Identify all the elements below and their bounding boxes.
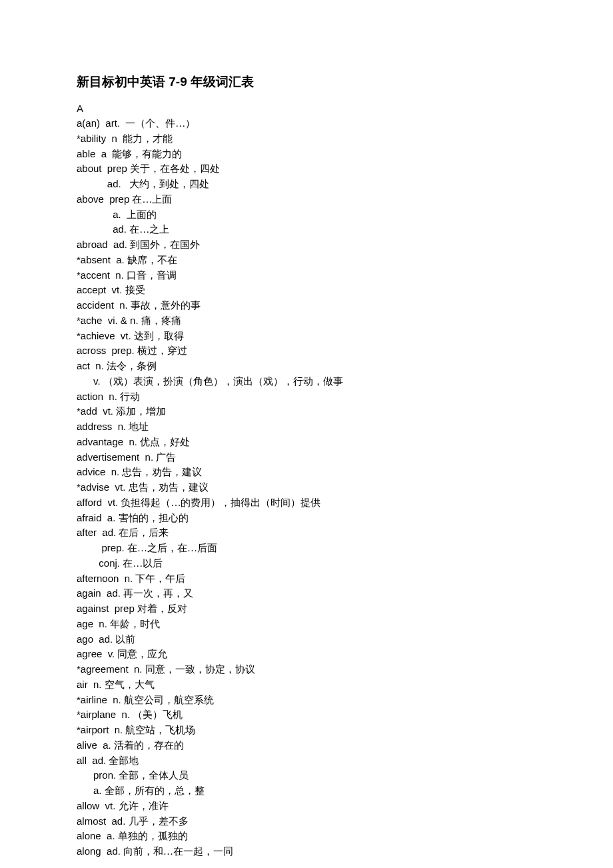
vocab-definition: 在后，后来	[119, 527, 169, 538]
vocab-entry: ago ad. 以前	[77, 632, 536, 647]
vocab-word: afternoon n.	[77, 573, 135, 584]
vocabulary-list: a(an) art. 一（个、件…）*ability n 能力，才能able a…	[77, 116, 536, 859]
vocab-definition: 单独的，孤独的	[118, 831, 188, 841]
vocab-entry: accept vt. 接受	[77, 283, 536, 298]
vocab-word: ad.	[77, 223, 129, 235]
vocab-definition: 再一次，再，又	[123, 588, 193, 599]
vocab-definition: 下午，午后	[135, 573, 185, 584]
vocab-definition: 允许，准许	[119, 801, 169, 811]
vocab-entry: almost ad. 几乎，差不多	[77, 814, 536, 829]
vocab-entry: *absent a. 缺席，不在	[77, 253, 536, 268]
vocab-entry: prep. 在…之后，在…后面	[77, 541, 536, 556]
vocab-definition: 年龄，时代	[110, 619, 160, 629]
vocab-definition: 全部地	[109, 755, 139, 766]
vocab-entry: ad. 在…之上	[77, 222, 536, 237]
vocab-word: ad.	[77, 178, 129, 189]
vocab-word: along ad.	[77, 845, 123, 857]
vocab-entry: abroad ad. 到国外，在国外	[77, 237, 536, 253]
vocab-word: accident n.	[77, 299, 131, 311]
vocab-entry: afternoon n. 下午，午后	[77, 571, 536, 587]
vocab-word: *airport n.	[77, 724, 125, 735]
vocab-word: action n.	[77, 391, 120, 402]
vocab-word: pron.	[77, 769, 119, 781]
vocab-word: air n.	[77, 679, 105, 690]
vocab-entry: all ad. 全部地	[77, 753, 536, 769]
vocab-word: against prep	[77, 603, 137, 614]
vocab-definition: 忠告，劝告，建议	[129, 482, 209, 493]
vocab-word: *advise vt.	[77, 481, 129, 493]
vocab-definition: 横过，穿过	[137, 345, 187, 356]
vocab-definition: 广告	[156, 452, 176, 463]
vocab-definition: 达到，取得	[134, 331, 184, 341]
vocab-word: *absent a.	[77, 254, 127, 265]
vocab-definition: 口音，音调	[127, 270, 177, 281]
vocab-word: alone a.	[77, 830, 118, 841]
vocab-definition: 上面的	[127, 209, 157, 220]
vocab-word: able a	[77, 148, 112, 159]
vocab-definition: 在…上面	[132, 194, 172, 205]
vocab-definition: 接受	[125, 285, 145, 295]
vocab-word: *agreement n.	[77, 663, 145, 675]
vocab-entry: able a 能够，有能力的	[77, 147, 536, 162]
vocab-entry: advertisement n. 广告	[77, 450, 536, 465]
vocab-entry: *airplane n. （美）飞机	[77, 707, 536, 723]
vocab-word: almost ad.	[77, 815, 129, 827]
vocab-word: act n.	[77, 360, 107, 371]
vocab-definition: 几乎，差不多	[129, 816, 189, 827]
vocab-definition: 负担得起（…的费用），抽得出（时间）提供	[121, 497, 320, 508]
vocab-definition: 关于，在各处，四处	[130, 163, 220, 174]
section-header: A	[77, 103, 536, 114]
vocab-word: advice n.	[77, 466, 122, 477]
vocab-entry: *advise vt. 忠告，劝告，建议	[77, 480, 536, 495]
vocab-definition: 全部，全体人员	[119, 770, 189, 781]
vocab-entry: *add vt. 添加，增加	[77, 404, 536, 419]
vocab-entry: allow vt. 允许，准许	[77, 799, 536, 814]
vocab-word: accept vt.	[77, 284, 125, 295]
vocab-definition: 忠告，劝告，建议	[122, 467, 202, 477]
vocab-entry: agree v. 同意，应允	[77, 647, 536, 662]
vocab-word: *airplane n.	[77, 709, 133, 720]
vocab-word: v.	[77, 375, 103, 387]
vocab-entry: after ad. 在后，后来	[77, 525, 536, 541]
vocab-definition: 同意，一致，协定，协议	[145, 664, 255, 675]
vocab-definition: 事故，意外的事	[131, 300, 201, 311]
vocab-word: about prep	[77, 163, 130, 174]
vocab-word: prep.	[77, 542, 127, 553]
vocab-word: ago ad.	[77, 633, 115, 645]
vocab-word: afraid a.	[77, 512, 119, 523]
vocab-entry: *ache vi. & n. 痛，疼痛	[77, 313, 536, 329]
vocab-definition: 向前，和…在一起，一同	[123, 846, 233, 857]
vocab-word: agree v.	[77, 648, 117, 659]
vocab-entry: again ad. 再一次，再，又	[77, 586, 536, 601]
page-title: 新目标初中英语 7-9 年级词汇表	[77, 73, 536, 91]
vocab-entry: conj. 在…以后	[77, 556, 536, 571]
vocab-word: a(an) art.	[77, 117, 125, 129]
vocab-entry: a. 全部，所有的，总，整	[77, 783, 536, 799]
vocab-entry: act n. 法令，条例	[77, 359, 536, 374]
vocab-entry: a(an) art. 一（个、件…）	[77, 116, 536, 131]
vocab-definition: 同意，应允	[117, 649, 167, 659]
vocab-word: advantage n.	[77, 436, 140, 447]
vocab-entry: along ad. 向前，和…在一起，一同	[77, 844, 536, 859]
vocab-entry: *airline n. 航空公司，航空系统	[77, 693, 536, 708]
vocab-entry: ad. 大约，到处，四处	[77, 177, 536, 192]
vocab-definition: 行动	[120, 391, 140, 402]
vocab-entry: advantage n. 优点，好处	[77, 435, 536, 450]
vocab-word: *add vt.	[77, 405, 116, 417]
vocab-definition: 到国外，在国外	[130, 239, 200, 250]
vocab-definition: 缺席，不在	[127, 255, 177, 265]
vocab-definition: 在…之上	[129, 224, 169, 235]
vocab-entry: *agreement n. 同意，一致，协定，协议	[77, 662, 536, 677]
vocab-word: allow vt.	[77, 800, 119, 811]
vocab-definition: 优点，好处	[140, 437, 190, 447]
vocab-definition: 在…以后	[123, 558, 163, 569]
vocab-entry: action n. 行动	[77, 389, 536, 405]
vocab-definition: 在…之后，在…后面	[127, 543, 217, 553]
vocab-definition: 一（个、件…）	[125, 118, 195, 129]
vocab-word: conj.	[77, 557, 123, 569]
vocab-entry: pron. 全部，全体人员	[77, 768, 536, 783]
vocab-word: *airline n.	[77, 694, 124, 705]
vocab-definition: （美）飞机	[133, 709, 183, 720]
vocab-definition: 航空站，飞机场	[125, 725, 195, 735]
vocab-word: across prep.	[77, 345, 137, 356]
